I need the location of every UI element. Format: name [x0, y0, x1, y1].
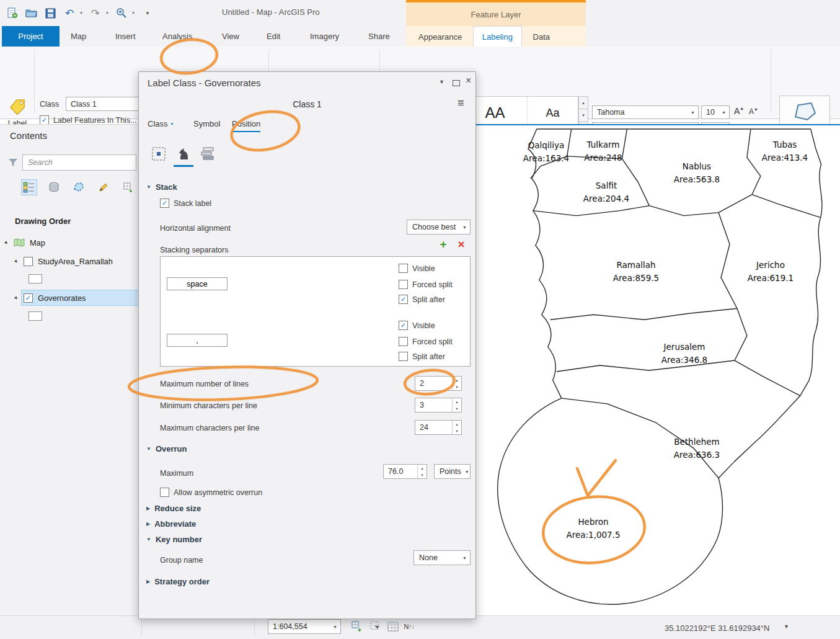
polygon-symbol-patch[interactable]	[29, 311, 42, 321]
overrun-section-header[interactable]: ▼ Overrun	[146, 444, 187, 454]
separator-forced-split-row[interactable]: Forced split	[399, 280, 453, 289]
increase-font-size-icon[interactable]: A▲	[734, 106, 744, 116]
horizontal-alignment-dropdown[interactable]: Choose best▼	[407, 220, 471, 235]
tab-data[interactable]: Data	[524, 27, 559, 47]
attribute-table-icon[interactable]	[386, 619, 400, 634]
fitting-strategy-icon[interactable]	[174, 144, 193, 164]
filter-icon[interactable]	[5, 154, 21, 171]
zoom-dropdown-icon[interactable]: ▼	[131, 11, 135, 15]
min-chars-spinner[interactable]: 3 ▲▼	[415, 398, 462, 413]
visible-checkbox[interactable]: ✓	[399, 321, 408, 330]
position-tab[interactable]: Position	[232, 119, 260, 132]
split-after-checkbox[interactable]	[399, 352, 408, 361]
max-chars-spinner[interactable]: 24 ▲▼	[415, 420, 462, 435]
redo-dropdown-icon[interactable]: ▼	[105, 11, 109, 15]
stacking-separators-list[interactable]: Visible Forced split ✓ Split after ✓ Vis…	[160, 256, 471, 367]
spin-up-icon[interactable]: ▲	[453, 377, 461, 383]
pane-menu-icon[interactable]: ▼	[439, 79, 444, 85]
allow-asymmetric-overrun-checkbox[interactable]	[160, 488, 169, 497]
list-by-drawing-order-icon[interactable]	[21, 179, 37, 195]
overrun-maximum-spinner[interactable]: 76.0 ▲▼	[383, 464, 427, 479]
separator-split-after-row[interactable]: Split after	[399, 352, 445, 361]
north-indicator-icon[interactable]: N↑↓	[402, 619, 417, 634]
tab-class[interactable]: Class▼	[148, 119, 174, 131]
redo-icon[interactable]: ↷	[89, 6, 102, 20]
close-icon[interactable]: ×	[466, 75, 471, 86]
separator-value-input[interactable]	[167, 334, 228, 347]
layer-symbol-row[interactable]	[29, 308, 42, 323]
key-number-section-header[interactable]: ▼ Key number	[146, 535, 202, 544]
split-after-checkbox[interactable]: ✓	[399, 295, 408, 304]
layer-visibility-checkbox[interactable]	[24, 257, 33, 266]
position-placement-icon[interactable]	[149, 144, 169, 164]
font-size-combo[interactable]: 10▼	[701, 105, 730, 119]
strategy-order-section-header[interactable]: ▶ Strategy order	[146, 577, 210, 586]
remove-separator-icon[interactable]: ×	[454, 237, 469, 252]
list-by-editing-icon[interactable]	[95, 179, 112, 195]
max-lines-spinner[interactable]: 2 ▲▼	[415, 376, 462, 391]
pane-options-menu-icon[interactable]: ≡	[458, 97, 464, 110]
list-by-snapping-icon[interactable]	[120, 179, 136, 195]
spin-up-icon[interactable]: ▲	[453, 398, 461, 405]
conflict-resolution-icon[interactable]	[198, 144, 218, 164]
decrease-font-size-icon[interactable]: A▼	[749, 107, 758, 116]
group-name-dropdown[interactable]: None▼	[413, 550, 471, 565]
separator-split-after-row[interactable]: ✓ Split after	[399, 295, 445, 304]
tree-item-governorates[interactable]: ▼ ✓ Governorates	[14, 290, 86, 305]
separator-value-input[interactable]	[167, 277, 228, 290]
asymmetric-overrun-row[interactable]: Allow asymmetric overrun	[160, 488, 262, 497]
tab-insert[interactable]: Insert	[107, 26, 144, 47]
forced-split-checkbox[interactable]	[399, 280, 408, 289]
save-project-icon[interactable]	[43, 6, 57, 20]
snap-grid-icon[interactable]	[350, 619, 365, 634]
spin-down-icon[interactable]: ▼	[453, 405, 461, 412]
spin-up-icon[interactable]: ▲	[453, 421, 461, 427]
undo-icon[interactable]: ↶	[63, 6, 76, 20]
stack-label-checkbox[interactable]: ✓	[160, 199, 169, 208]
separator-visible-row[interactable]: ✓ Visible	[399, 321, 435, 330]
tab-view[interactable]: View	[213, 26, 248, 47]
tab-project[interactable]: Project	[2, 26, 60, 47]
coordinates-options-icon[interactable]: ▼	[784, 623, 789, 630]
zoom-tool-icon[interactable]	[115, 6, 128, 20]
expand-collapse-icon[interactable]: ▼	[12, 294, 20, 302]
layer-symbol-row[interactable]	[29, 271, 42, 286]
gallery-scroll-up-icon[interactable]: ▲	[578, 96, 588, 109]
gallery-scroll-down-icon[interactable]: ▼	[578, 109, 588, 122]
search-input[interactable]	[22, 154, 136, 171]
spin-down-icon[interactable]: ▼	[453, 383, 461, 390]
layer-visibility-checkbox[interactable]: ✓	[24, 293, 33, 303]
label-features-checkbox[interactable]: ✓	[40, 115, 49, 125]
polygon-symbol-patch[interactable]	[29, 274, 42, 284]
expand-collapse-icon[interactable]: ▼	[12, 257, 20, 265]
separator-visible-row[interactable]: Visible	[399, 264, 435, 273]
label-features-checkbox-row[interactable]: ✓ Label Features In This...	[40, 115, 137, 125]
abbreviate-section-header[interactable]: ▶ Abbreviate	[146, 519, 196, 529]
undo-dropdown-icon[interactable]: ▼	[79, 11, 83, 15]
spin-down-icon[interactable]: ▼	[453, 427, 461, 434]
stack-section-header[interactable]: ▼ Stack	[146, 182, 177, 192]
spin-up-icon[interactable]: ▲	[418, 465, 427, 471]
forced-split-checkbox[interactable]	[399, 337, 408, 346]
reduce-size-section-header[interactable]: ▶ Reduce size	[146, 504, 201, 513]
tab-share[interactable]: Share	[360, 26, 399, 47]
tab-analysis[interactable]: Analysis	[154, 26, 201, 47]
visible-checkbox[interactable]	[399, 264, 408, 273]
open-project-icon[interactable]	[24, 6, 38, 20]
tab-edit[interactable]: Edit	[258, 26, 289, 47]
new-project-icon[interactable]	[5, 6, 19, 20]
tab-imagery[interactable]: Imagery	[301, 26, 348, 47]
pane-float-icon[interactable]	[453, 80, 460, 86]
list-by-selection-icon[interactable]	[71, 179, 87, 195]
tab-appearance[interactable]: Appearance	[410, 27, 471, 47]
spin-down-icon[interactable]: ▼	[418, 471, 427, 478]
font-name-combo[interactable]: Tahoma▼	[592, 105, 699, 119]
tree-item-studyarea[interactable]: ▼ StudyArea_Ramallah	[14, 254, 113, 269]
add-separator-icon[interactable]: +	[436, 237, 451, 252]
customize-toolbar-icon[interactable]: ▼	[141, 6, 154, 20]
map-scale-combo[interactable]: 1:604,554▼	[268, 619, 341, 634]
tab-map[interactable]: Map	[62, 26, 95, 47]
overrun-unit-dropdown[interactable]: Points▼	[434, 464, 471, 479]
stack-label-checkbox-row[interactable]: ✓ Stack label	[160, 199, 211, 208]
selection-grid-icon[interactable]	[368, 619, 383, 634]
